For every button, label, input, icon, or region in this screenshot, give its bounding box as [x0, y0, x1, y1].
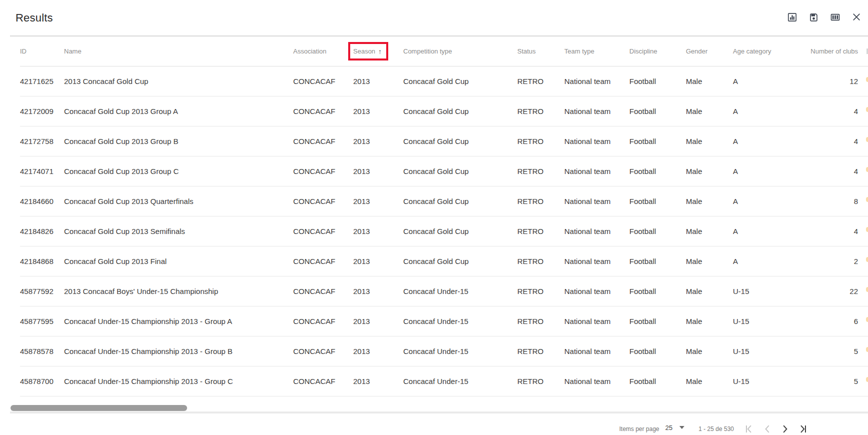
cell-age_category: A: [733, 257, 800, 266]
cell-gender: Male: [686, 257, 733, 266]
cell-name: Concacaf Gold Cup 2013 Quarterfinals: [64, 197, 293, 206]
column-header-label: Competition type: [403, 48, 452, 55]
column-header-gender[interactable]: Gender: [686, 48, 733, 55]
horizontal-scrollbar-thumb[interactable]: [11, 405, 187, 411]
cell-number_of_clubs: 12: [800, 77, 858, 86]
view-columns-icon: [830, 12, 840, 24]
cell-age_category: U-15: [733, 377, 800, 386]
column-header-competition_type[interactable]: Competition type: [403, 48, 517, 55]
cell-number_of_clubs: 8: [800, 197, 858, 206]
cell-name: Concacaf Gold Cup 2013 Group B: [64, 137, 293, 146]
cell-association: CONCACAF: [293, 167, 353, 176]
cell-id: 42184826: [20, 227, 64, 236]
bar-chart-icon: [787, 12, 797, 24]
cell-season: 2013: [353, 287, 403, 296]
table-row[interactable]: 42174071Concacaf Gold Cup 2013 Group CCO…: [20, 156, 868, 186]
cell-id: 45878578: [20, 347, 64, 356]
columns-button[interactable]: [829, 12, 841, 24]
cell-association: CONCACAF: [293, 227, 353, 236]
cell-name: Concacaf Under-15 Championship 2013 - Gr…: [64, 317, 293, 326]
panel-header: Results: [0, 0, 868, 36]
table-row[interactable]: 42184826Concacaf Gold Cup 2013 Semifinal…: [20, 216, 868, 246]
cell-association: CONCACAF: [293, 377, 353, 386]
column-header-label: Discipline: [629, 48, 657, 55]
column-header-id[interactable]: ID: [20, 48, 64, 55]
table-row[interactable]: 42172758Concacaf Gold Cup 2013 Group BCO…: [20, 126, 868, 156]
table-row[interactable]: 42184868Concacaf Gold Cup 2013 FinalCONC…: [20, 246, 868, 276]
cell-name: Concacaf Gold Cup 2013 Final: [64, 257, 293, 266]
cell-id: 45877592: [20, 287, 64, 296]
cell-age_category: U-15: [733, 287, 800, 296]
cell-association: CONCACAF: [293, 287, 353, 296]
first-page-button[interactable]: [740, 420, 758, 435]
cell-name: Concacaf Under-15 Championship 2013 - Gr…: [64, 377, 293, 386]
column-header-number_of_clubs[interactable]: Number of clubs: [800, 48, 858, 55]
toolbar: [786, 12, 862, 24]
column-header-label: Team type: [564, 48, 594, 55]
table-row[interactable]: 45877595Concacaf Under-15 Championship 2…: [20, 306, 868, 336]
cell-season: 2013: [353, 197, 403, 206]
cell-id: 42184660: [20, 197, 64, 206]
column-header-label: Gender: [686, 48, 707, 55]
table-row[interactable]: 45878578Concacaf Under-15 Championship 2…: [20, 336, 868, 366]
cell-number_of_clubs: 5: [800, 347, 858, 356]
page-size-select[interactable]: 25: [664, 423, 685, 435]
cell-team_type: National team: [564, 287, 629, 296]
last-page-icon: [799, 424, 806, 434]
cell-competition_type: Concacaf Gold Cup: [403, 77, 517, 86]
horizontal-scrollbar-track[interactable]: [10, 412, 868, 414]
cell-team_type: National team: [564, 377, 629, 386]
cell-association: CONCACAF: [293, 197, 353, 206]
cell-age_category: A: [733, 167, 800, 176]
cell-age_category: A: [733, 107, 800, 116]
column-header-name[interactable]: Name: [64, 48, 293, 55]
previous-page-button[interactable]: [758, 420, 776, 435]
column-header-label: Association: [293, 48, 326, 55]
cell-competition_type: Concacaf Gold Cup: [403, 107, 517, 116]
chart-view-button[interactable]: [786, 12, 798, 24]
cell-number_of_clubs: 22: [800, 287, 858, 296]
cell-number_of_clubs: 4: [800, 107, 858, 116]
column-header-age_category[interactable]: Age category: [733, 48, 800, 55]
cell-age_category: A: [733, 197, 800, 206]
cell-number_of_clubs: 4: [800, 137, 858, 146]
column-header-status[interactable]: Status: [517, 48, 564, 55]
truncated-column-marker: [866, 167, 868, 172]
close-button[interactable]: [850, 12, 862, 24]
cell-competition_type: Concacaf Under-15: [403, 287, 517, 296]
truncated-column-marker: [866, 107, 868, 112]
cell-team_type: National team: [564, 167, 629, 176]
truncated-column-marker: [866, 347, 868, 352]
truncated-column-marker: [866, 317, 868, 322]
cell-status: RETRO: [517, 77, 564, 86]
cell-status: RETRO: [517, 377, 564, 386]
cell-team_type: National team: [564, 137, 629, 146]
cell-id: 42172758: [20, 137, 64, 146]
table-row[interactable]: 42172009Concacaf Gold Cup 2013 Group ACO…: [20, 96, 868, 126]
table-row[interactable]: 42184660Concacaf Gold Cup 2013 Quarterfi…: [20, 186, 868, 216]
next-page-button[interactable]: [776, 420, 794, 435]
cell-season: 2013: [353, 107, 403, 116]
table-row[interactable]: 421716252013 Concacaf Gold CupCONCACAF20…: [20, 66, 868, 96]
cell-id: 45878700: [20, 377, 64, 386]
table-row[interactable]: 458775922013 Concacaf Boys' Under-15 Cha…: [20, 276, 868, 306]
cell-gender: Male: [686, 107, 733, 116]
cell-discipline: Football: [629, 227, 686, 236]
save-button[interactable]: [807, 12, 819, 24]
column-header-team_type[interactable]: Team type: [564, 48, 629, 55]
truncated-column-marker: [866, 257, 868, 262]
table-row[interactable]: 45878700Concacaf Under-15 Championship 2…: [20, 366, 868, 396]
cell-gender: Male: [686, 317, 733, 326]
first-page-icon: [745, 424, 752, 434]
cell-season: 2013: [353, 77, 403, 86]
page-size-value: 25: [665, 424, 672, 432]
cell-competition_type: Concacaf Under-15: [403, 317, 517, 326]
page-title: Results: [16, 12, 786, 24]
column-header-association[interactable]: Association: [293, 48, 353, 55]
cell-name: 2013 Concacaf Gold Cup: [64, 77, 293, 86]
cell-name: Concacaf Gold Cup 2013 Group C: [64, 167, 293, 176]
column-header-discipline[interactable]: Discipline: [629, 48, 686, 55]
last-page-button[interactable]: [794, 420, 812, 435]
column-header-season[interactable]: Season↑: [353, 48, 403, 56]
cell-season: 2013: [353, 227, 403, 236]
